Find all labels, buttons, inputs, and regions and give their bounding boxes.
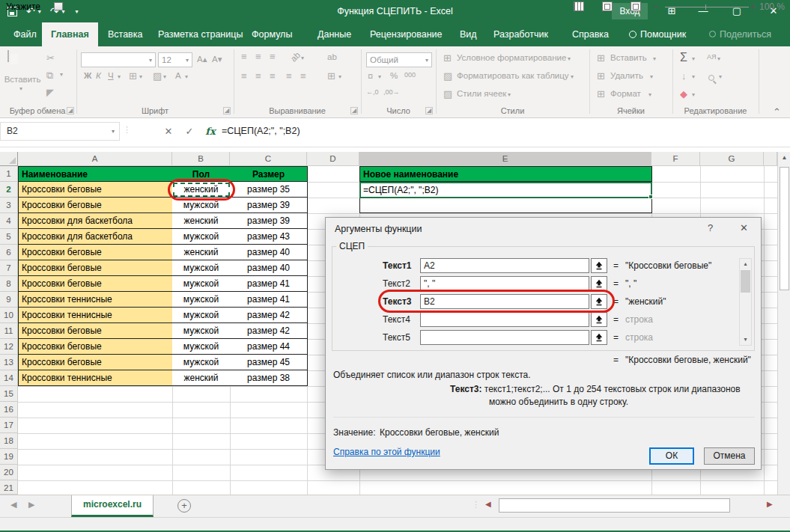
delete-cells-icon[interactable]: ⊞ (597, 70, 605, 82)
autosum-dropdown-icon[interactable]: ▾ (692, 55, 695, 62)
cell-A10[interactable]: Кроссовки теннисные (18, 308, 173, 323)
cf-dropdown-icon[interactable]: ▾ (568, 55, 571, 62)
normal-view-icon[interactable] (574, 1, 584, 11)
ok-button[interactable]: ОК (649, 447, 694, 465)
cell-B2[interactable]: женский (172, 182, 231, 198)
row-header-21[interactable]: 21 (0, 480, 18, 495)
текст4-input[interactable] (420, 312, 589, 327)
tab-view[interactable]: Вид (451, 22, 486, 46)
cell-C13[interactable]: размер 45 (230, 355, 308, 370)
cut-icon[interactable]: ✂ (46, 52, 55, 64)
insert-cells-button[interactable]: Вставить (610, 53, 647, 62)
accounting-format-icon[interactable]: ¤ (368, 70, 373, 82)
tab-home[interactable]: Главная (42, 22, 98, 46)
clear-eraser-icon[interactable]: ◆ (680, 88, 687, 100)
текст3-input[interactable]: B2 (420, 294, 589, 309)
name-box[interactable]: B2▾ (0, 122, 120, 141)
cell-styles-button[interactable]: Стили ячеек (457, 89, 506, 98)
cell-B10[interactable]: мужской (172, 308, 231, 323)
dialog-close-icon[interactable]: ✕ (740, 222, 748, 233)
dialog-scroll-thumb[interactable] (741, 270, 750, 293)
cell-B7[interactable]: мужской (172, 260, 231, 276)
sort-filter-icon[interactable]: АЯ (707, 53, 717, 61)
zoom-in-icon[interactable]: + (750, 0, 756, 13)
grow-font-icon[interactable]: А▴ (197, 54, 207, 64)
number-format-combobox[interactable]: Общий▾ (366, 52, 432, 67)
row-header-12[interactable]: 12 (0, 339, 18, 355)
clear-dropdown-icon[interactable]: ▾ (692, 91, 695, 98)
tab-share[interactable]: Поделиться (700, 22, 780, 46)
cell-A2[interactable]: Кроссовки беговые (18, 182, 173, 198)
cell-B11[interactable]: мужской (172, 323, 231, 339)
column-header-F[interactable]: F (651, 152, 700, 166)
insert-cells-icon[interactable]: ⊞ (597, 52, 605, 64)
tab-insert[interactable]: Вставка (99, 22, 151, 46)
tab-review[interactable]: Рецензирование (361, 22, 452, 46)
vertical-scroll-thumb[interactable] (780, 167, 789, 290)
bold-button[interactable]: Ж (84, 71, 91, 80)
shrink-font-icon[interactable]: А▾ (212, 54, 222, 64)
row-header-17[interactable]: 17 (0, 418, 18, 433)
cell-C5[interactable]: размер 43 (230, 229, 308, 245)
cell-A3[interactable]: Кроссовки беговые (18, 198, 173, 213)
fat-dropdown-icon[interactable]: ▾ (571, 73, 574, 80)
comma-style-icon[interactable]: 000 (404, 71, 416, 79)
font-dialog-launcher[interactable]: ◢ (223, 107, 231, 114)
fill-down-icon[interactable]: ↓ (681, 70, 687, 82)
текст1-collapse-button[interactable] (591, 258, 607, 273)
italic-button[interactable]: К (96, 71, 101, 80)
fill-dropdown-icon[interactable]: ▾ (692, 73, 695, 80)
font-color-icon[interactable]: А (175, 71, 181, 80)
copy-icon[interactable]: ⧉ (46, 70, 53, 82)
align-right-icon[interactable]: ≡ (270, 70, 276, 82)
cell-A1[interactable]: Наименование (18, 166, 173, 182)
cell-C2[interactable]: размер 35 (230, 182, 308, 198)
tab-help[interactable]: Справка (563, 22, 618, 46)
sheet-next-icon[interactable]: ▶ (28, 500, 34, 510)
clipboard-dialog-launcher[interactable]: ◢ (67, 107, 74, 114)
hscroll-right-icon[interactable]: ▶ (767, 500, 773, 508)
align-center-icon[interactable]: ≡ (255, 70, 261, 82)
cell-B13[interactable]: мужской (172, 355, 231, 370)
текст2-collapse-button[interactable] (591, 276, 607, 291)
cell-A7[interactable]: Кроссовки беговые (18, 260, 173, 276)
row-header-20[interactable]: 20 (0, 465, 18, 480)
format-cells-button[interactable]: Формат (610, 89, 641, 98)
ribbon-display-options-icon[interactable]: ⊞ (659, 0, 684, 22)
cs-dropdown-icon[interactable]: ▾ (508, 91, 511, 98)
dialog-scroll-down-icon[interactable]: ▾ (740, 334, 751, 345)
paste-dropdown-icon[interactable]: ▾ (19, 85, 22, 92)
cell-E1[interactable]: Новое наименование (359, 166, 652, 182)
format-as-table-button[interactable]: Форматировать как таблицу (457, 71, 569, 80)
cancel-entry-icon[interactable]: ✕ (159, 122, 178, 141)
dialog-scrollbar[interactable]: ▴ ▾ (739, 258, 752, 346)
column-header-A[interactable]: A (18, 152, 172, 166)
decrease-indent-icon[interactable]: ≡ (286, 70, 292, 82)
cell-B12[interactable]: мужской (172, 339, 231, 355)
zoom-slider[interactable] (665, 7, 749, 7)
percent-style-icon[interactable]: % (390, 71, 398, 80)
format-dropdown-icon[interactable]: ▾ (648, 91, 651, 98)
align-bottom-icon[interactable]: ≡ (270, 51, 276, 62)
текст1-input[interactable]: A2 (420, 258, 589, 273)
underline-button[interactable]: Ч (108, 71, 114, 80)
fill-color-icon[interactable]: ▨ (153, 70, 162, 82)
fill-color-dropdown-icon[interactable]: ▾ (163, 73, 166, 80)
conditional-formatting-icon[interactable]: ⊞ (443, 52, 452, 64)
row-header-11[interactable]: 11 (0, 323, 18, 339)
align-top-icon[interactable]: ≡ (241, 51, 247, 62)
текст2-input[interactable]: ", " (420, 276, 589, 291)
delete-dropdown-icon[interactable]: ▾ (650, 73, 653, 80)
cell-A5[interactable]: Кроссовки для баскетбола (18, 229, 173, 245)
vertical-scrollbar[interactable]: ▲ (777, 152, 790, 495)
tab-assistant[interactable]: Помощник (620, 22, 695, 46)
column-header-G[interactable]: G (700, 152, 764, 166)
cancel-button[interactable]: Отмена (704, 447, 755, 465)
find-dropdown-icon[interactable]: ▾ (719, 73, 722, 80)
row-header-5[interactable]: 5 (0, 229, 18, 245)
name-box-dropdown-icon[interactable]: ▾ (112, 123, 115, 140)
dialog-scroll-up-icon[interactable]: ▴ (740, 259, 751, 269)
текст5-input[interactable] (420, 330, 589, 345)
cell-C14[interactable]: размер 38 (230, 370, 308, 386)
page-break-view-icon[interactable] (631, 1, 641, 11)
